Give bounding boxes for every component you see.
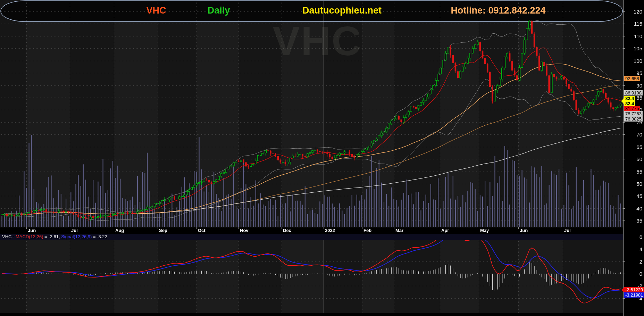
last-price-tag: 82.4 82.4 bbox=[624, 96, 635, 106]
hotline-label: Hotline: 0912.842.224 bbox=[444, 0, 552, 22]
time-axis-month: Jun bbox=[520, 228, 528, 233]
time-axis-month: Feb bbox=[363, 228, 371, 233]
price-tag-ma200: 76.3825 bbox=[624, 116, 643, 122]
macd-value: = -2.61, bbox=[43, 234, 61, 239]
price-tag-ma50: 92.658 bbox=[624, 76, 640, 81]
price-axis-tick: 95 bbox=[625, 70, 642, 76]
price-axis-tick: 115 bbox=[625, 21, 642, 27]
time-axis-month: Mar bbox=[395, 228, 403, 233]
signal-value: = -3.22 bbox=[92, 234, 107, 239]
time-axis-month: Oct bbox=[198, 228, 206, 233]
price-axis-tick: 35 bbox=[625, 218, 642, 224]
time-axis-month: Aug bbox=[115, 228, 124, 233]
macd-indicator-label: VHC - MACD(12,26) = -2.61, Signal(12,26,… bbox=[0, 234, 623, 240]
signal-name: Signal(12,26,9) bbox=[61, 234, 92, 239]
time-axis-month: Jul bbox=[71, 228, 78, 233]
time-axis-month: Nov bbox=[240, 228, 249, 233]
macd-name: MACD(12,26) bbox=[16, 234, 43, 239]
price-axis-tick: 40 bbox=[625, 206, 642, 211]
signal-value-tag: -3.21981 bbox=[624, 292, 644, 298]
price-axis-tick: 120 bbox=[625, 9, 642, 15]
time-axis-month: 2022 bbox=[325, 228, 335, 233]
macd-value-tag: -2.61229 bbox=[624, 287, 644, 292]
symbol-title: VHC bbox=[139, 0, 174, 22]
price-axis-tick: 100 bbox=[625, 58, 642, 64]
macd-strip-symbol: VHC - bbox=[2, 234, 16, 239]
price-axis-tick: 110 bbox=[625, 33, 642, 39]
price-axis-tick: 50 bbox=[625, 181, 642, 187]
price-axis-tick: 55 bbox=[625, 169, 642, 175]
timeframe-label: Daily bbox=[198, 0, 240, 22]
price-axis-tick: 45 bbox=[625, 193, 642, 199]
price-tag-bb-upper: 86.9108 bbox=[624, 90, 643, 95]
trading-chart-window: VHC VHC Daily Dautucophieu.net Hotline: … bbox=[0, 0, 644, 316]
time-axis-month: Jul bbox=[564, 228, 571, 233]
site-brand: Dautucophieu.net bbox=[297, 0, 387, 22]
price-axis-tick: 90 bbox=[625, 83, 642, 89]
price-axis-tick: 60 bbox=[625, 156, 642, 162]
time-axis-month: Jun bbox=[28, 228, 36, 233]
macd-axis-tick: 0 bbox=[625, 271, 642, 277]
macd-axis-tick: 6 bbox=[625, 234, 642, 240]
price-axis-tick: 105 bbox=[625, 45, 642, 51]
time-axis-month: Sep bbox=[159, 228, 167, 233]
price-axis-tick: 65 bbox=[625, 144, 642, 150]
last-price-line1: 82.4 bbox=[625, 96, 634, 101]
time-axis-month: Dec bbox=[283, 228, 291, 233]
macd-axis-tick: 2 bbox=[625, 259, 642, 265]
macd-axis-tick: 4 bbox=[625, 246, 642, 252]
price-tag-bb-mid: 78.7263 bbox=[624, 111, 643, 116]
price-axis-tick: 70 bbox=[625, 132, 642, 138]
time-axis-month: May bbox=[480, 228, 489, 233]
price-tag-ma20: 81.775 bbox=[624, 106, 640, 111]
time-axis-month: Apr bbox=[441, 228, 449, 233]
last-price-line2: 82.4 bbox=[625, 101, 634, 106]
symbol-watermark: VHC bbox=[273, 17, 362, 65]
